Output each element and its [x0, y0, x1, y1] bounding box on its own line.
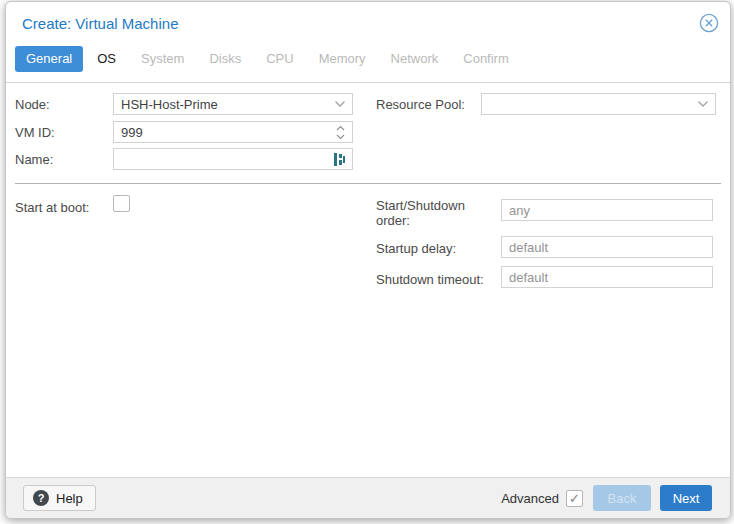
- dialog-title: Create: Virtual Machine: [22, 15, 178, 32]
- node-combo-input[interactable]: [114, 94, 352, 114]
- name-field[interactable]: [113, 148, 353, 170]
- start-at-boot-label: Start at boot:: [15, 200, 89, 215]
- spinner-arrows-icon[interactable]: [335, 122, 346, 142]
- tab-system: System: [130, 46, 195, 72]
- chevron-down-icon[interactable]: [334, 94, 346, 114]
- shutdown-timeout-label: Shutdown timeout:: [376, 272, 484, 287]
- start-at-boot-checkbox[interactable]: [113, 195, 130, 212]
- advanced-label: Advanced: [501, 491, 559, 506]
- chevron-down-icon[interactable]: [697, 94, 709, 114]
- create-vm-dialog: Create: Virtual Machine General OS Syste…: [5, 1, 731, 519]
- dialog-header: Create: Virtual Machine: [6, 2, 730, 46]
- tab-os[interactable]: OS: [86, 46, 127, 72]
- name-label: Name:: [15, 152, 53, 167]
- tab-confirm: Confirm: [452, 46, 520, 72]
- node-label: Node:: [15, 97, 50, 112]
- startup-shutdown-order-label: Start/Shutdown order:: [376, 198, 488, 228]
- startup-delay-label: Startup delay:: [376, 241, 456, 256]
- resource-pool-combo[interactable]: [481, 93, 716, 115]
- section-divider: [15, 183, 721, 184]
- node-combo[interactable]: [113, 93, 353, 115]
- vmid-label: VM ID:: [15, 125, 55, 140]
- startup-delay-field[interactable]: [501, 236, 713, 258]
- shutdown-timeout-input[interactable]: [502, 267, 712, 287]
- resource-pool-label: Resource Pool:: [376, 97, 465, 112]
- startup-shutdown-order-field[interactable]: [501, 199, 713, 221]
- next-button[interactable]: Next: [660, 485, 712, 511]
- advanced-checkbox[interactable]: [566, 490, 583, 507]
- tab-disks: Disks: [198, 46, 252, 72]
- help-button-label: Help: [56, 491, 83, 506]
- tab-bar: General OS System Disks CPU Memory Netwo…: [6, 46, 730, 83]
- tab-memory: Memory: [308, 46, 377, 72]
- name-input[interactable]: [114, 149, 352, 169]
- close-icon[interactable]: [699, 13, 719, 33]
- tab-network: Network: [380, 46, 450, 72]
- tab-cpu: CPU: [255, 46, 304, 72]
- vmid-spinner[interactable]: [113, 121, 353, 143]
- resource-pool-input[interactable]: [482, 94, 715, 114]
- footer-actions: Advanced Back Next: [501, 485, 712, 511]
- help-button[interactable]: ? Help: [23, 485, 96, 511]
- footer-bar: ? Help Advanced Back Next: [6, 477, 730, 518]
- startup-shutdown-order-input[interactable]: [502, 200, 712, 220]
- vmid-input[interactable]: [114, 122, 352, 142]
- startup-delay-input[interactable]: [502, 237, 712, 257]
- autofill-bars-icon: [333, 149, 346, 169]
- back-button: Back: [593, 485, 651, 511]
- shutdown-timeout-field[interactable]: [501, 266, 713, 288]
- question-mark-icon: ?: [33, 490, 49, 506]
- tab-general[interactable]: General: [15, 46, 83, 72]
